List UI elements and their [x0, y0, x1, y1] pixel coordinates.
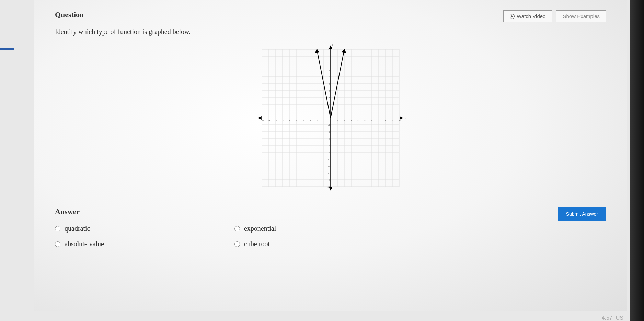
option-quadratic[interactable]: quadratic [55, 225, 104, 233]
x-axis-label: x [404, 116, 406, 120]
option-cube-root[interactable]: cube root [234, 240, 276, 248]
svg-text:1: 1 [337, 119, 338, 122]
taskbar-fragment: 4:57 US [602, 315, 623, 321]
svg-text:7: 7 [329, 69, 330, 72]
answer-section: Answer quadratic absolute value [55, 207, 606, 248]
svg-text:9: 9 [392, 119, 393, 122]
question-heading: Question [55, 10, 84, 19]
watch-video-label: Watch Video [517, 13, 545, 19]
svg-text:4: 4 [357, 119, 359, 122]
svg-text:-8: -8 [275, 119, 277, 122]
svg-marker-90 [315, 49, 319, 53]
option-label: absolute value [65, 240, 104, 248]
svg-text:-7: -7 [328, 165, 330, 168]
svg-text:5: 5 [364, 119, 366, 122]
svg-text:7: 7 [378, 119, 379, 122]
question-panel: Question Watch Video Show Examples Ident… [34, 0, 627, 311]
svg-text:6: 6 [371, 119, 372, 122]
svg-text:-1: -1 [328, 124, 330, 127]
svg-text:-2: -2 [316, 119, 318, 122]
progress-marker [0, 48, 14, 50]
taskbar-time: 4:57 [602, 315, 612, 321]
option-label: exponential [244, 225, 276, 233]
svg-text:4: 4 [329, 90, 330, 92]
svg-text:2: 2 [344, 119, 345, 122]
play-icon [510, 14, 515, 19]
svg-text:3: 3 [350, 119, 352, 122]
svg-text:-9: -9 [328, 179, 330, 181]
radio-icon [55, 241, 60, 247]
svg-marker-91 [342, 49, 346, 53]
svg-text:-9: -9 [268, 119, 270, 122]
svg-marker-44 [400, 117, 403, 119]
right-edge [630, 0, 644, 321]
show-examples-button[interactable]: Show Examples [556, 10, 606, 22]
svg-text:-4: -4 [302, 119, 304, 122]
answer-col-1: quadratic absolute value [55, 225, 104, 248]
taskbar-lang: US [616, 315, 623, 321]
option-exponential[interactable]: exponential [234, 225, 276, 233]
answer-heading: Answer [55, 207, 276, 216]
svg-text:8: 8 [385, 119, 386, 122]
svg-text:5: 5 [329, 83, 330, 85]
svg-text:-2: -2 [328, 131, 330, 133]
radio-icon [234, 226, 240, 231]
show-examples-label: Show Examples [563, 13, 600, 19]
svg-text:-10: -10 [260, 119, 264, 122]
submit-answer-button[interactable]: Submit Answer [558, 207, 606, 221]
svg-text:-8: -8 [328, 172, 330, 175]
question-prompt: Identify which type of function is graph… [55, 28, 606, 36]
svg-text:3: 3 [329, 96, 330, 99]
header-row: Question Watch Video Show Examples [55, 10, 606, 28]
svg-text:-10: -10 [327, 186, 330, 188]
svg-text:10: 10 [398, 119, 401, 122]
svg-text:-4: -4 [328, 144, 330, 147]
svg-text:9: 9 [329, 55, 330, 58]
svg-text:-3: -3 [309, 119, 311, 122]
svg-text:-1: -1 [323, 119, 325, 122]
watch-video-button[interactable]: Watch Video [503, 10, 552, 22]
radio-icon [234, 241, 240, 247]
radio-icon [55, 226, 60, 231]
svg-text:-5: -5 [328, 151, 330, 154]
header-buttons: Watch Video Show Examples [503, 10, 606, 22]
svg-text:-5: -5 [295, 119, 297, 122]
answer-options: quadratic absolute value exponential [55, 225, 276, 248]
svg-text:-6: -6 [288, 119, 290, 122]
svg-text:-3: -3 [328, 138, 330, 140]
graph-container: x y -10-9-8-7-6-5-4-3-2-1 12345678910 10… [55, 43, 606, 193]
answer-col-2: exponential cube root [234, 225, 276, 248]
option-absolute-value[interactable]: absolute value [55, 240, 104, 248]
svg-text:-7: -7 [281, 119, 284, 122]
function-graph: x y -10-9-8-7-6-5-4-3-2-1 12345678910 10… [255, 43, 406, 193]
option-label: quadratic [65, 225, 90, 233]
svg-text:-6: -6 [328, 158, 330, 161]
y-tick-labels: 10987654321 -1-2-3-4-5-6-7-8-9-10 [327, 48, 330, 188]
svg-marker-45 [258, 117, 261, 119]
svg-text:2: 2 [329, 103, 330, 106]
option-label: cube root [244, 240, 270, 248]
svg-text:6: 6 [329, 76, 330, 79]
svg-text:8: 8 [329, 62, 330, 65]
y-axis-label: y [332, 43, 333, 46]
svg-text:10: 10 [327, 48, 330, 51]
